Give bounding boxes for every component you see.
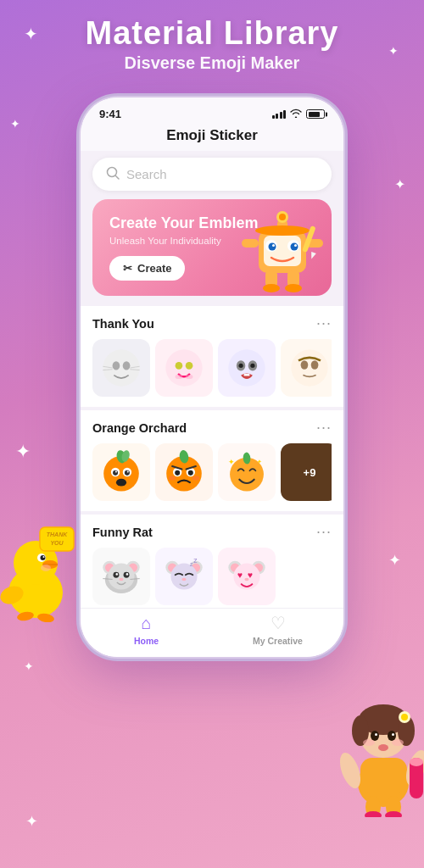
banner-subtitle: Unleash Your Individuality — [109, 236, 318, 246]
svg-point-85 — [113, 470, 118, 476]
section-header-thank-you: Thank You ··· — [92, 314, 332, 332]
svg-point-95 — [188, 470, 193, 476]
svg-text:✦: ✦ — [228, 458, 235, 466]
header-section: Material Library Disverse Emoji Maker — [0, 15, 424, 73]
svg-line-38 — [116, 176, 120, 180]
status-bar: 9:41 — [81, 97, 343, 124]
signal-bar-3 — [280, 112, 282, 119]
scissor-icon: ✂ — [123, 262, 132, 275]
section-header-rat: Funny Rat ··· — [92, 523, 332, 541]
svg-point-4 — [43, 556, 45, 558]
svg-rect-36 — [410, 758, 423, 766]
bottom-nav: ⌂ Home ♡ My Creative — [81, 608, 343, 657]
svg-point-98 — [169, 476, 176, 480]
svg-point-57 — [263, 284, 280, 292]
sticker-item[interactable] — [155, 339, 213, 397]
svg-text:♥: ♥ — [248, 570, 253, 580]
svg-point-68 — [186, 362, 193, 370]
svg-point-94 — [175, 470, 180, 476]
svg-point-78 — [301, 360, 309, 369]
page-title: Material Library — [0, 15, 424, 52]
section-title-orange: Orange Orchard — [92, 421, 187, 435]
sticker-item[interactable] — [92, 548, 150, 605]
nav-my-creative[interactable]: ♡ My Creative — [212, 613, 343, 646]
svg-point-79 — [311, 360, 319, 369]
svg-point-58 — [285, 284, 302, 292]
svg-point-132 — [244, 578, 248, 581]
svg-point-86 — [125, 470, 130, 476]
svg-point-113 — [126, 573, 129, 576]
sparkle-icon: ✦ — [394, 176, 405, 192]
section-more-thank-you[interactable]: ··· — [316, 314, 332, 332]
sparkle-icon: ✦ — [24, 659, 34, 673]
svg-point-87 — [115, 471, 117, 473]
battery-fill — [309, 112, 321, 117]
svg-point-28 — [363, 739, 375, 746]
svg-point-26 — [375, 733, 377, 736]
sparkle-icon: ✦ — [24, 24, 38, 44]
sticker-item[interactable] — [281, 339, 332, 397]
banner-text: Create Your Emblem Unleash Your Individu… — [109, 214, 318, 281]
status-icons — [272, 108, 326, 120]
nav-home-label: Home — [134, 636, 159, 646]
section-more-orange[interactable]: ··· — [316, 419, 332, 437]
signal-icon — [272, 109, 287, 119]
sticker-item[interactable] — [92, 339, 150, 397]
sticker-row-thank-you: +14 — [92, 339, 332, 397]
svg-point-88 — [127, 471, 129, 473]
svg-point-25 — [388, 731, 396, 741]
svg-rect-15 — [360, 758, 407, 793]
sticker-item[interactable] — [92, 443, 150, 501]
create-button-label: Create — [137, 262, 171, 275]
svg-point-29 — [392, 739, 404, 746]
nav-home[interactable]: ⌂ Home — [81, 614, 212, 646]
girl-character — [335, 673, 424, 817]
svg-text:✦: ✦ — [257, 459, 262, 465]
section-thank-you: Thank You ··· — [81, 306, 343, 407]
svg-point-99 — [192, 476, 200, 480]
promo-banner[interactable]: Create Your Emblem Unleash Your Individu… — [92, 199, 332, 296]
svg-rect-76 — [244, 374, 250, 376]
sticker-more-orange[interactable]: +9 — [281, 443, 332, 501]
svg-point-37 — [108, 168, 117, 177]
signal-bar-4 — [283, 110, 286, 119]
section-title-rat: Funny Rat — [92, 526, 153, 539]
battery-icon — [306, 109, 325, 119]
svg-point-27 — [392, 733, 394, 736]
svg-point-122 — [181, 578, 186, 581]
sticker-row-orange: ✦ ✦ +9 — [92, 443, 332, 501]
home-icon: ⌂ — [141, 614, 151, 633]
sparkle-icon: ✦ — [388, 44, 399, 58]
sticker-item[interactable]: z z — [155, 548, 213, 605]
search-placeholder: Search — [126, 167, 167, 181]
heart-icon: ♡ — [271, 613, 286, 633]
svg-point-109 — [108, 563, 134, 589]
search-icon — [106, 166, 120, 182]
svg-point-3 — [41, 555, 46, 560]
svg-text:♥: ♥ — [237, 570, 243, 580]
duck-character: THANK YOU — [0, 520, 78, 622]
svg-text:z: z — [190, 561, 193, 567]
section-more-rat[interactable]: ··· — [316, 523, 332, 541]
svg-point-67 — [176, 362, 183, 370]
search-bar[interactable]: Search — [92, 158, 332, 191]
svg-point-69 — [176, 375, 183, 379]
sticker-item[interactable] — [218, 339, 276, 397]
sticker-item[interactable]: ✦ ✦ — [218, 443, 276, 501]
svg-text:THANK: THANK — [47, 531, 68, 537]
svg-point-112 — [116, 573, 119, 576]
svg-text:z: z — [193, 556, 198, 565]
wifi-icon — [290, 108, 302, 120]
status-time: 9:41 — [99, 108, 121, 120]
svg-point-66 — [165, 349, 202, 386]
scroll-content[interactable]: Search Create Your Emblem Unleash Your I… — [81, 151, 343, 657]
section-orange-orchard: Orange Orchard ··· — [81, 410, 343, 511]
svg-point-59 — [103, 349, 139, 386]
banner-title: Create Your Emblem — [109, 214, 318, 232]
sticker-row-rat: z z ♥ ♥ — [92, 548, 332, 605]
create-button[interactable]: ✂ Create — [109, 256, 185, 281]
sticker-item[interactable] — [155, 443, 213, 501]
signal-bar-2 — [276, 114, 278, 119]
signal-bar-1 — [272, 115, 275, 119]
sticker-item[interactable]: ♥ ♥ — [218, 548, 276, 605]
